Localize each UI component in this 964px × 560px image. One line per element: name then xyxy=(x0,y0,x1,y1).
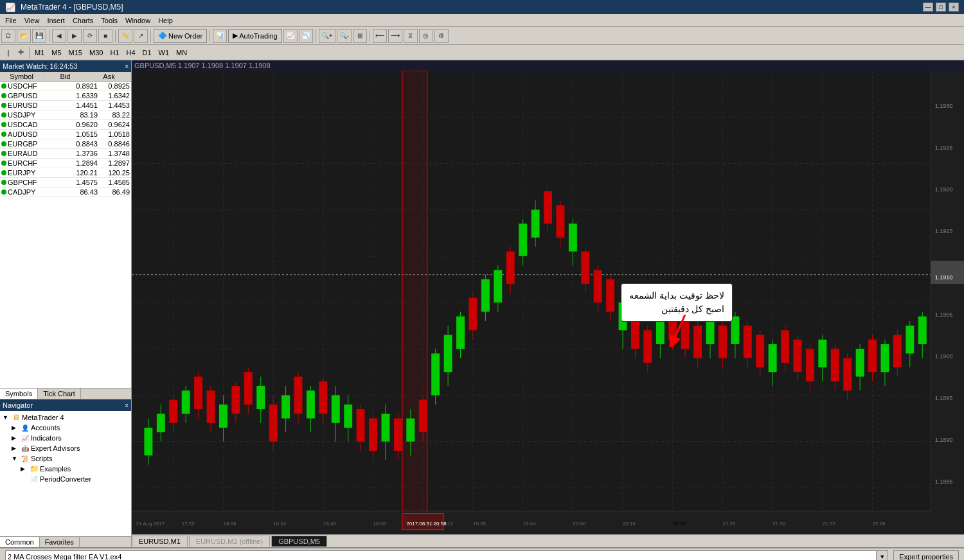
expert-dropdown-arrow[interactable]: ▼ xyxy=(877,550,888,560)
toolbar-fwd-btn[interactable]: ▶ xyxy=(67,29,82,43)
list-item[interactable]: USDCHF 0.8921 0.8925 xyxy=(0,82,131,91)
tf-line-btn[interactable]: | xyxy=(3,47,14,58)
menu-charts[interactable]: Charts xyxy=(69,16,97,25)
toolbar-chart-btn1[interactable]: 📊 xyxy=(213,29,227,43)
list-item[interactable]: EURGBP 0.8843 0.8846 xyxy=(0,139,131,149)
toolbar-new-btn[interactable]: 🗋 xyxy=(1,29,15,43)
nav-item-expert-advisors[interactable]: ▶ 🤖 Expert Advisors xyxy=(10,443,130,453)
list-item[interactable]: GBPCHF 1.4575 1.4585 xyxy=(0,178,131,188)
list-item[interactable]: EURCHF 1.2894 1.2897 xyxy=(0,159,131,168)
tf-w1-btn[interactable]: W1 xyxy=(156,47,173,58)
tf-m30-btn[interactable]: M30 xyxy=(86,47,106,58)
autotrading-button[interactable]: ▶ AutoTrading xyxy=(228,29,282,43)
bid-value: 86.43 xyxy=(66,188,98,196)
window-controls: — □ × xyxy=(923,3,959,12)
toolbar-sep5 xyxy=(316,30,316,42)
autotrading-icon: ▶ xyxy=(233,31,238,40)
expert-properties-button[interactable]: Expert properties xyxy=(893,550,959,560)
ask-value: 1.4453 xyxy=(98,101,130,109)
menu-file[interactable]: File xyxy=(1,16,21,25)
svg-text:18:40: 18:40 xyxy=(323,521,337,527)
toolbar-stop-btn[interactable]: ■ xyxy=(98,29,112,43)
toolbar-line-btn[interactable]: 📏 xyxy=(118,29,132,43)
tf-m1-btn[interactable]: M1 xyxy=(31,47,48,58)
tf-m15-btn[interactable]: M15 xyxy=(66,47,85,58)
nav-item-metatrader4[interactable]: ▼ 🖥 MetaTrader 4 xyxy=(1,412,130,423)
svg-rect-59 xyxy=(256,386,265,409)
nav-item-examples[interactable]: ▶ 📁 Examples xyxy=(19,464,130,474)
chart-tab-gbpusd-m5[interactable]: GBPUSD,M5 xyxy=(271,536,327,547)
nav-item-indicators[interactable]: ▶ 📈 Indicators xyxy=(10,433,130,443)
toolbar-scroll2-btn[interactable]: ⟶ xyxy=(388,29,402,43)
market-watch-close[interactable]: × xyxy=(125,63,129,70)
tf-mn-btn[interactable]: MN xyxy=(173,47,190,58)
list-item[interactable]: USDCAD 0.9620 0.9624 xyxy=(0,120,131,130)
minimize-button[interactable]: — xyxy=(923,3,933,12)
svg-rect-75 xyxy=(357,409,365,442)
nav-tab-favorites[interactable]: Favorites xyxy=(40,537,80,547)
list-item[interactable]: AUDUSD 1.0515 1.0518 xyxy=(0,130,131,139)
list-item[interactable]: CADJPY 86.43 86.49 xyxy=(0,188,131,197)
symbol-text: EURJPY xyxy=(8,169,66,177)
menu-help[interactable]: Help xyxy=(154,16,177,25)
menu-view[interactable]: View xyxy=(21,16,44,25)
new-order-button[interactable]: 🔷 New Order xyxy=(154,29,207,43)
svg-rect-144 xyxy=(781,330,789,363)
mw-tab-tick-chart[interactable]: Tick Chart xyxy=(38,389,81,399)
toolbar-zoom-out-btn[interactable]: 🔍- xyxy=(337,29,352,43)
toolbar-periodics-btn[interactable]: 📉 xyxy=(299,29,313,43)
svg-rect-47 xyxy=(182,390,190,414)
toolbar-back-btn[interactable]: ◀ xyxy=(52,29,66,43)
svg-rect-156 xyxy=(856,349,864,376)
left-panel: Market Watch: 16:24:53 × Symbol Bid Ask … xyxy=(0,60,132,547)
chart-canvas[interactable]: 1.1930 1.1925 1.1920 1.1915 1.1910 1.190… xyxy=(132,71,964,534)
nav-tab-common[interactable]: Common xyxy=(0,537,40,547)
menu-tools[interactable]: Tools xyxy=(97,16,121,25)
toolbar-trade-btn[interactable]: ⚙ xyxy=(434,29,449,43)
toolbar-scroll-btn[interactable]: ⟵ xyxy=(373,29,387,43)
toolbar-arrow-btn[interactable]: ↗ xyxy=(134,29,148,43)
toolbar-chart-type-btn[interactable]: ⊞ xyxy=(353,29,367,43)
expert-advisor-input[interactable] xyxy=(5,550,877,560)
nav-item-accounts[interactable]: ▶ 👤 Accounts xyxy=(10,423,130,433)
ask-value: 0.8925 xyxy=(98,82,130,90)
tf-h4-btn[interactable]: H4 xyxy=(123,47,138,58)
close-button[interactable]: × xyxy=(949,3,959,12)
svg-rect-82 xyxy=(402,71,427,511)
symbol-text: CADJPY xyxy=(8,188,66,196)
nav-item-period-converter[interactable]: 📄 PeriodConverter xyxy=(19,474,130,484)
nav-item-scripts[interactable]: ▼ 📜 Scripts xyxy=(10,453,130,464)
svg-rect-140 xyxy=(756,335,764,368)
toolbar-indicators-btn[interactable]: 📈 xyxy=(283,29,298,43)
list-item[interactable]: USDJPY 83.19 83.22 xyxy=(0,110,131,120)
tf-h1-btn[interactable]: H1 xyxy=(107,47,122,58)
chart-tab-eurusd-m1[interactable]: EURUSD,M1 xyxy=(132,536,188,547)
list-item[interactable]: EURJPY 120.21 120.25 xyxy=(0,168,131,178)
toolbar-sep4 xyxy=(210,30,210,42)
toolbar-period-btn[interactable]: ⧖ xyxy=(404,29,418,43)
chart-tab-eurusd-m2[interactable]: EURUSD,M2 (offline) xyxy=(189,536,270,547)
menu-bar: File View Insert Charts Tools Window Hel… xyxy=(0,14,964,27)
svg-text:21:20: 21:20 xyxy=(722,521,736,527)
toolbar-obj-btn[interactable]: ◎ xyxy=(419,29,433,43)
nav-pc-icon: 📄 xyxy=(30,475,39,484)
menu-insert[interactable]: Insert xyxy=(43,16,69,25)
maximize-button[interactable]: □ xyxy=(936,3,946,12)
svg-text:20:16: 20:16 xyxy=(623,521,636,527)
list-item[interactable]: EURAUD 1.3736 1.3748 xyxy=(0,149,131,159)
toolbar-refresh-btn[interactable]: ⟳ xyxy=(83,29,97,43)
list-item[interactable]: EURUSD 1.4451 1.4453 xyxy=(0,101,131,110)
bid-value: 1.2894 xyxy=(66,159,98,167)
svg-text:18:08: 18:08 xyxy=(223,521,237,527)
svg-text:1.1895: 1.1895 xyxy=(935,395,953,401)
list-item[interactable]: GBPUSD 1.6339 1.6342 xyxy=(0,91,131,101)
toolbar-save-btn[interactable]: 💾 xyxy=(32,29,46,43)
mw-tab-symbols[interactable]: Symbols xyxy=(0,389,38,399)
menu-window[interactable]: Window xyxy=(121,16,154,25)
toolbar-open-btn[interactable]: 📂 xyxy=(17,29,31,43)
navigator-close[interactable]: × xyxy=(125,402,129,409)
tf-d1-btn[interactable]: D1 xyxy=(139,47,155,58)
tf-crosshair-btn[interactable]: ✛ xyxy=(15,47,27,58)
toolbar-zoom-in-btn[interactable]: 🔍+ xyxy=(319,29,335,43)
tf-m5-btn[interactable]: M5 xyxy=(48,47,64,58)
